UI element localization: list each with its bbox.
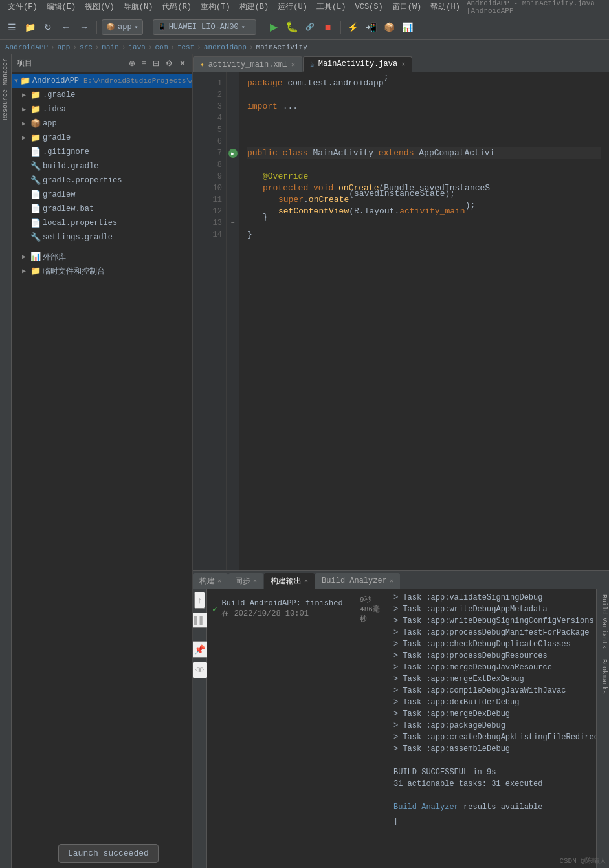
tab-sync-close[interactable]: ✕ [253, 577, 257, 585]
tab-build-analyzer[interactable]: Build Analyzer ✕ [315, 573, 400, 589]
tab-xml-close[interactable]: ✕ [291, 61, 295, 69]
tree-item-local-props[interactable]: ▶ 📄 local.properties [12, 216, 192, 230]
profiler-button[interactable]: 📊 [400, 19, 415, 35]
toolbar-menu-icon[interactable]: ☰ [4, 19, 19, 35]
gradlew-icon: 📄 [30, 190, 41, 200]
tree-item-gitignore[interactable]: ▶ 📄 .gitignore [12, 145, 192, 159]
tree-arrow-scratch: ▶ [22, 267, 28, 275]
breadcrumb-item-6[interactable]: test [177, 43, 194, 51]
menu-item-vcs[interactable]: VCS(S) [351, 1, 386, 13]
tree-root[interactable]: ▼ 📁 AndroidAPP E:\AndroidStudioProjects\… [12, 74, 192, 88]
tab-build-output-close[interactable]: ✕ [304, 577, 308, 585]
panel-settings-btn[interactable]: ⚙ [164, 58, 174, 69]
build-eye-btn[interactable]: 👁 [193, 662, 208, 678]
tree-item-idea[interactable]: ▶ 📁 .idea [12, 102, 192, 116]
bookmarks-label[interactable]: Bookmarks [597, 654, 609, 699]
panel-layout-btn[interactable]: ≡ [140, 58, 148, 69]
toolbar-sep-3 [261, 21, 261, 34]
tree-item-gradlew[interactable]: ▶ 📄 gradlew [12, 188, 192, 202]
toolbar-back-icon[interactable]: ← [58, 19, 74, 35]
menu-item-help[interactable]: 帮助(H) [426, 0, 464, 14]
build-analyzer-line: Build Analyzer results available [393, 801, 591, 813]
app-selector[interactable]: 📦 app ▾ [102, 19, 143, 35]
build-analyzer-link[interactable]: Build Analyzer [393, 803, 459, 812]
tree-item-external-libs[interactable]: ▶ 📊 外部库 [12, 250, 192, 264]
line-numbers: 1 2 3 4 5 6 7 8 9 10 11 12 13 14 [199, 72, 227, 570]
toolbar-sep-1 [96, 21, 97, 34]
build-analyzer-suffix: results available [463, 803, 542, 812]
tree-item-scratch[interactable]: ▶ 📁 临时文件和控制台 [12, 264, 192, 278]
tab-build-close[interactable]: ✕ [217, 577, 221, 585]
tab-activity-main-xml[interactable]: ✦ activity_main.xml ✕ [193, 56, 302, 72]
resource-manager-label[interactable]: Resource Manager [1, 54, 10, 124]
run-button[interactable]: ▶ [266, 19, 282, 35]
menu-item-view[interactable]: 视图(V) [81, 0, 118, 14]
build-output[interactable]: > Task :app:validateSigningDebug > Task … [388, 589, 596, 868]
stop-button[interactable]: ■ [320, 19, 336, 35]
breadcrumb-item-1[interactable]: app [58, 43, 71, 51]
build-up-btn[interactable]: ↑ [194, 592, 205, 609]
tab-build[interactable]: 构建 ✕ [193, 573, 228, 589]
breakpoint-gutter [193, 72, 199, 570]
sync-button[interactable]: ⚡ [346, 19, 361, 35]
build-task-0: > Task :app:validateSigningDebug [393, 592, 591, 603]
toolbar-refresh-icon[interactable]: ↻ [40, 19, 56, 35]
panel-filter-btn[interactable]: ⊟ [151, 58, 161, 69]
tree-item-gradle-folder[interactable]: ▶ 📁 gradle [12, 131, 192, 145]
tab-mainactivity-java[interactable]: ☕ MainActivity.java ✕ [303, 56, 412, 72]
collapse-icon-13[interactable]: − [230, 220, 234, 227]
build-status-item: ✓ Build AndroidAPP: finished 在 2022/10/2… [207, 592, 388, 626]
code-content[interactable]: package com.test.androidapp; import ... … [239, 72, 609, 570]
breadcrumb-item-5[interactable]: com [155, 43, 168, 51]
build-task-13: > Task :app:assembleDebug [393, 743, 591, 755]
tab-java-label: MainActivity.java [318, 60, 397, 69]
build-left-panel: ✓ Build AndroidAPP: finished 在 2022/10/2… [207, 589, 388, 868]
tree-item-gradlew-bat[interactable]: ▶ 📄 gradlew.bat [12, 202, 192, 216]
sdk-button[interactable]: 📦 [382, 19, 397, 35]
toolbar-open-icon[interactable]: 📁 [22, 19, 38, 35]
collapse-icon[interactable]: − [230, 185, 234, 192]
gradlew-bat-name: gradlew.bat [43, 204, 94, 213]
build-result: BUILD SUCCESSFUL in 9s [393, 766, 591, 778]
menu-item-window[interactable]: 窗口(W) [388, 0, 426, 14]
menu-item-nav[interactable]: 导航(N) [120, 0, 157, 14]
tab-sync[interactable]: 同步 ✕ [228, 573, 263, 589]
build-pause-btn[interactable]: ▌▌ [193, 613, 208, 628]
tree-item-gradle-dir[interactable]: ▶ 📁 .gradle [12, 88, 192, 102]
menu-item-code[interactable]: 代码(R) [158, 0, 195, 14]
app-name: app [43, 119, 57, 128]
tree-arrow-idea: ▶ [22, 105, 28, 113]
panel-sync-btn[interactable]: ⊕ [127, 58, 137, 69]
avd-button[interactable]: 📲 [364, 19, 379, 35]
menu-item-tools[interactable]: 工具(L) [313, 0, 350, 14]
tree-item-settings-gradle[interactable]: ▶ 🔧 settings.gradle [12, 230, 192, 244]
device-selector[interactable]: 📱 HUAWEI LIO-AN00 ▾ [153, 19, 256, 35]
code-editor[interactable]: 1 2 3 4 5 6 7 8 9 10 11 12 13 14 [193, 72, 609, 570]
breadcrumb-item-7[interactable]: androidapp [204, 43, 247, 51]
breadcrumb-item-0[interactable]: AndroidAPP [5, 43, 48, 51]
panel-close-btn[interactable]: ✕ [178, 58, 187, 69]
launch-badge-text: Launch succeeded [68, 849, 149, 858]
gradle-dir-name: .gradle [43, 91, 75, 100]
tree-item-build-gradle[interactable]: ▶ 🔧 build.gradle [12, 159, 192, 173]
tab-java-close[interactable]: ✕ [401, 60, 405, 68]
scratch-name: 临时文件和控制台 [43, 266, 105, 277]
menu-item-build[interactable]: 构建(B) [236, 0, 273, 14]
breadcrumb-item-4[interactable]: java [128, 43, 145, 51]
tab-build-output[interactable]: 构建输出 ✕ [264, 573, 315, 589]
attach-debugger-button[interactable]: 🔗 [302, 19, 318, 35]
breadcrumb-item-2[interactable]: src [80, 43, 93, 51]
menu-item-edit[interactable]: 编辑(E) [43, 0, 80, 14]
build-variants-label[interactable]: Build Variants [597, 589, 609, 654]
menu-item-file[interactable]: 文件(F) [4, 0, 41, 14]
breadcrumb-item-3[interactable]: main [102, 43, 118, 51]
tree-item-gradle-props[interactable]: ▶ 🔧 gradle.properties [12, 173, 192, 188]
menu-item-run[interactable]: 运行(U) [274, 0, 311, 14]
toolbar-forward-icon[interactable]: → [76, 19, 92, 35]
debug-button[interactable]: 🐛 [284, 19, 300, 35]
tab-build-analyzer-close[interactable]: ✕ [390, 577, 393, 585]
menu-item-refactor[interactable]: 重构(T) [197, 0, 234, 14]
build-pin-btn[interactable]: 📌 [193, 641, 208, 658]
tree-item-app[interactable]: ▶ 📦 app [12, 116, 192, 131]
run-class-icon[interactable]: ▶ [228, 149, 238, 158]
